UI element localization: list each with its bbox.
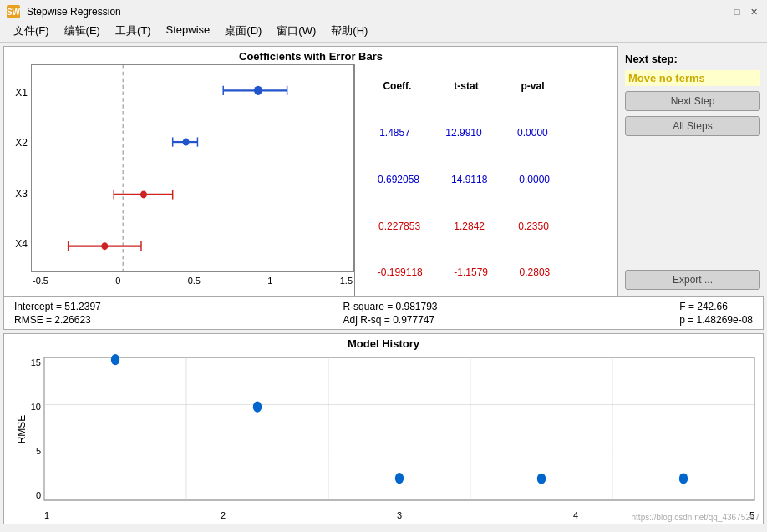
menu-window[interactable]: 窗口(W)	[270, 22, 323, 40]
stats-row-x4: -0.199118 -1.1579 0.2803	[362, 265, 566, 280]
menu-help[interactable]: 帮助(H)	[324, 22, 374, 40]
svg-point-8	[183, 139, 190, 146]
menu-edit[interactable]: 编辑(E)	[58, 22, 107, 40]
stats-row-x1: 1.4857 12.9910 0.0000	[362, 125, 566, 140]
fstat-stat: F = 242.66	[679, 301, 753, 312]
stats-col-3: F = 242.66 p = 1.48269e-08	[679, 301, 753, 326]
tstat-x1: 12.9910	[445, 127, 481, 139]
window-controls[interactable]: — □ ✕	[714, 5, 760, 18]
y-label-x3: X3	[4, 188, 31, 200]
col-coeff: Coeff.	[383, 80, 411, 92]
coeff-x3: 0.227853	[378, 220, 420, 232]
col-pval: p-val	[521, 80, 545, 92]
svg-point-29	[537, 474, 546, 484]
stats-col-2: R-square = 0.981793 Adj R-sq = 0.977747	[343, 301, 437, 326]
rsquare-stat: R-square = 0.981793	[343, 301, 437, 312]
next-step-button[interactable]: Next Step	[625, 91, 760, 111]
model-history-title: Model History	[4, 334, 763, 350]
coeff-x4: -0.199118	[378, 266, 423, 278]
window-title: Stepwise Regression	[27, 6, 707, 18]
stats-row-x2: 0.692058 14.9118 0.0000	[362, 172, 566, 187]
minimize-button[interactable]: —	[714, 5, 727, 18]
app-icon: SW	[7, 5, 20, 18]
x-hist-3: 3	[397, 510, 402, 520]
model-history-section: Model History RMSE	[3, 333, 764, 524]
y-label-x4: X4	[4, 238, 31, 250]
y-hist-5: 5	[36, 446, 41, 456]
x-label-15: 1.5	[340, 276, 353, 286]
next-step-label: Next step:	[625, 53, 760, 65]
menu-desktop[interactable]: 桌面(D)	[218, 22, 268, 40]
y-hist-10: 10	[31, 402, 41, 412]
menu-stepwise[interactable]: Stepwise	[160, 22, 217, 40]
pval-x2: 0.0000	[519, 174, 550, 185]
titlebar: SW Stepwise Regression — □ ✕	[0, 0, 767, 20]
adjrsq-stat: Adj R-sq = 0.977747	[343, 314, 437, 326]
svg-point-27	[253, 402, 262, 413]
menu-tools[interactable]: 工具(T)	[109, 22, 158, 40]
x-label-05: 0.5	[188, 276, 201, 286]
tstat-x2: 14.9118	[451, 174, 487, 185]
pval-x3: 0.2350	[518, 220, 549, 232]
svg-point-30	[679, 473, 688, 484]
x-hist-4: 4	[573, 510, 578, 520]
pval-stat: p = 1.48269e-08	[679, 314, 753, 326]
svg-point-16	[101, 242, 108, 250]
stats-header: Coeff. t-stat p-val	[362, 80, 566, 94]
pval-x4: 0.2803	[520, 266, 551, 278]
y-label-x1: X1	[4, 87, 31, 99]
menubar: 文件(F) 编辑(E) 工具(T) Stepwise 桌面(D) 窗口(W) 帮…	[0, 20, 767, 43]
side-panel: Next step: Move no terms Next Step All S…	[622, 46, 764, 296]
all-steps-button[interactable]: All Steps	[625, 116, 760, 136]
maximize-button[interactable]: □	[730, 5, 744, 18]
x-hist-1: 1	[44, 510, 49, 520]
rmse-stat: RMSE = 2.26623	[14, 314, 101, 326]
top-section: Coefficients with Error Bars X1 X2 X3 X4	[3, 46, 764, 296]
tstat-x3: 1.2842	[454, 220, 485, 232]
svg-point-12	[140, 190, 147, 198]
x-label-1: 1	[267, 276, 272, 286]
y-label-x2: X2	[4, 137, 31, 149]
x-label-0: 0	[115, 276, 120, 286]
y-hist-0: 0	[36, 490, 41, 500]
svg-point-28	[395, 473, 404, 484]
main-content: Coefficients with Error Bars X1 X2 X3 X4	[0, 43, 767, 528]
chart-body: X1 X2 X3 X4	[4, 64, 617, 296]
tstat-x4: -1.1579	[454, 266, 488, 278]
stats-row-x3: 0.227853 1.2842 0.2350	[362, 219, 566, 234]
svg-point-26	[111, 354, 119, 365]
coeff-x2: 0.692058	[378, 174, 419, 185]
x-hist-2: 2	[221, 510, 226, 520]
menu-file[interactable]: 文件(F)	[7, 22, 56, 40]
chart-area: Coefficients with Error Bars X1 X2 X3 X4	[3, 46, 618, 296]
coeff-x1: 1.4857	[379, 127, 410, 139]
intercept-stat: Intercept = 51.2397	[14, 301, 101, 312]
move-no-terms: Move no terms	[625, 70, 760, 86]
export-button[interactable]: Export ...	[625, 270, 760, 290]
stats-bar: Intercept = 51.2397 RMSE = 2.26623 R-squ…	[3, 296, 764, 330]
close-button[interactable]: ✕	[747, 5, 760, 18]
watermark: https://blog.csdn.net/qq_43675267	[632, 513, 759, 522]
svg-point-4	[254, 86, 262, 95]
pval-x1: 0.0000	[517, 127, 548, 139]
stats-table: Coeff. t-stat p-val 1.4857 12.9910 0.000…	[355, 64, 572, 296]
x-label-neg05: -0.5	[33, 276, 48, 286]
col-tstat: t-stat	[454, 80, 478, 92]
y-hist-15: 15	[31, 357, 41, 367]
chart-title: Coefficients with Error Bars	[4, 47, 617, 64]
stats-col-1: Intercept = 51.2397 RMSE = 2.26623	[14, 301, 101, 326]
